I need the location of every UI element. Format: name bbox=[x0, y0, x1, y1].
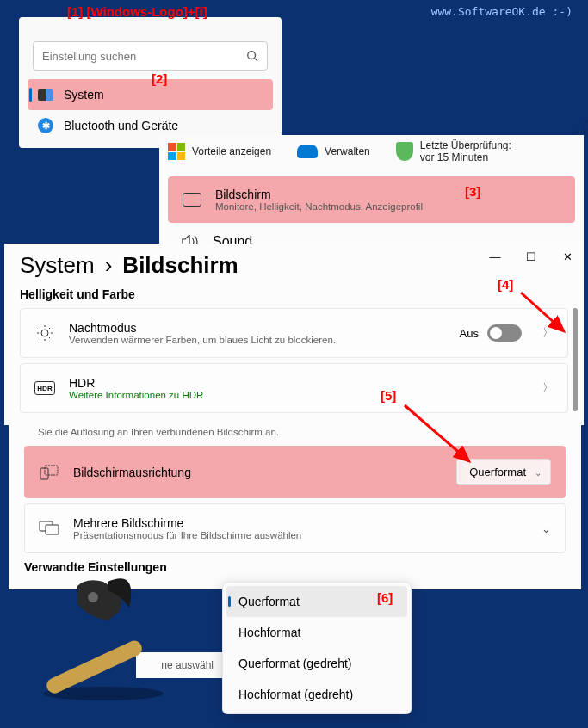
svg-point-0 bbox=[248, 52, 256, 59]
window-controls: — ☐ ✕ bbox=[489, 250, 573, 262]
annotation-3: [3] bbox=[465, 184, 480, 199]
svg-line-9 bbox=[49, 328, 50, 329]
card-subtitle: Verwenden wärmerer Farben, um blaues Lic… bbox=[69, 335, 446, 345]
windows-logo-icon bbox=[168, 143, 185, 160]
card-subtitle: Präsentationsmodus für Ihre Bildschirme … bbox=[73, 530, 521, 540]
hammer-decoration-icon bbox=[26, 573, 181, 702]
chevron-down-icon[interactable]: ⌄ bbox=[542, 522, 551, 535]
security-status[interactable]: Letzte Überprüfung: vor 15 Minuten bbox=[396, 139, 523, 163]
search-input[interactable] bbox=[42, 50, 246, 63]
windows-benefits[interactable]: Vorteile anzeigen bbox=[168, 143, 271, 160]
top-item-label: Letzte Überprüfung: vor 15 Minuten bbox=[420, 139, 523, 163]
section-heading: Verwandte Einstellungen bbox=[24, 560, 566, 574]
hdr-icon: HDR bbox=[34, 381, 55, 395]
red-arrow-5 bbox=[396, 401, 482, 470]
search-icon bbox=[246, 50, 258, 62]
card-title: Mehrere Bildschirme bbox=[73, 516, 521, 530]
svg-line-8 bbox=[49, 337, 50, 338]
breadcrumb: System › Bildschirm bbox=[20, 252, 568, 279]
svg-line-1 bbox=[255, 59, 258, 62]
dropdown-option-querformat-gedreht[interactable]: Querformat (gedreht) bbox=[226, 648, 407, 679]
annotation-4: [4] bbox=[498, 277, 513, 292]
orientation-icon bbox=[39, 465, 59, 480]
search-input-wrapper[interactable] bbox=[33, 41, 268, 71]
svg-line-10 bbox=[40, 337, 40, 338]
chevron-down-icon: ⌄ bbox=[535, 467, 542, 477]
hdr-info-link[interactable]: Weitere Informationen zu HDR bbox=[69, 390, 522, 400]
top-info-row: Vorteile anzeigen Verwalten Letzte Überp… bbox=[159, 135, 584, 172]
breadcrumb-current: Bildschirm bbox=[122, 252, 238, 279]
card-title: HDR bbox=[69, 376, 522, 390]
sidebar-item-system[interactable]: System bbox=[28, 79, 273, 110]
toggle-state-label: Aus bbox=[460, 327, 479, 340]
svg-rect-16 bbox=[46, 525, 59, 534]
maximize-button[interactable]: ☐ bbox=[525, 250, 537, 262]
breadcrumb-separator: › bbox=[105, 252, 113, 279]
annotation-1: [1] [Windows-Logo]+[i] bbox=[67, 4, 207, 19]
multiple-displays-card[interactable]: Mehrere Bildschirme Präsentationsmodus f… bbox=[24, 503, 566, 553]
display-icon bbox=[183, 193, 201, 207]
dropdown-option-hochformat-gedreht[interactable]: Hochformat (gedreht) bbox=[226, 679, 407, 710]
orientation-card[interactable]: Bildschirmausrichtung Querformat ⌄ bbox=[24, 446, 566, 498]
multiple-displays-icon bbox=[39, 521, 59, 536]
setting-text: Bildschirm Monitore, Helligkeit, Nachtmo… bbox=[215, 188, 560, 212]
top-item-label: Vorteile anzeigen bbox=[192, 145, 271, 157]
shield-icon bbox=[396, 142, 413, 161]
setting-title: Bildschirm bbox=[215, 188, 560, 201]
dropdown-option-hochformat[interactable]: Hochformat bbox=[226, 617, 407, 648]
card-title: Bildschirmausrichtung bbox=[73, 466, 443, 479]
nightmode-icon bbox=[34, 324, 55, 342]
red-arrow-4 bbox=[517, 288, 573, 340]
breadcrumb-parent[interactable]: System bbox=[20, 252, 95, 279]
chevron-right-icon[interactable]: 〉 bbox=[542, 380, 554, 396]
card-title: Nachtmodus bbox=[69, 321, 446, 335]
system-list-panel: Vorteile anzeigen Verwalten Letzte Überp… bbox=[159, 135, 584, 250]
display-setting-row[interactable]: Bildschirm Monitore, Helligkeit, Nachtmo… bbox=[168, 176, 575, 223]
svg-rect-13 bbox=[45, 466, 58, 475]
top-item-label: Verwalten bbox=[325, 145, 370, 157]
hdr-card[interactable]: HDR HDR Weitere Informationen zu HDR 〉 bbox=[20, 363, 568, 413]
section-heading: Helligkeit und Farbe bbox=[20, 287, 568, 301]
annotation-2: [2] bbox=[152, 71, 167, 86]
annotation-6: [6] bbox=[377, 590, 393, 605]
sidebar-item-label: System bbox=[64, 88, 104, 102]
svg-line-7 bbox=[40, 328, 40, 329]
display-settings-panel: — ☐ ✕ System › Bildschirm Helligkeit und… bbox=[4, 244, 584, 425]
settings-sidebar-panel: System ✱ Bluetooth und Geräte bbox=[19, 17, 282, 148]
svg-point-2 bbox=[41, 330, 48, 336]
sidebar-item-label: Bluetooth und Geräte bbox=[64, 119, 178, 133]
svg-line-11 bbox=[521, 293, 564, 331]
scrollbar-thumb[interactable] bbox=[573, 308, 578, 411]
system-icon bbox=[38, 89, 53, 101]
minimize-button[interactable]: — bbox=[489, 250, 501, 262]
orientation-panel: Sie die Auflösung an Ihren verbundenen B… bbox=[9, 422, 581, 589]
svg-point-19 bbox=[88, 592, 98, 602]
bluetooth-icon: ✱ bbox=[38, 118, 53, 133]
close-button[interactable]: ✕ bbox=[561, 250, 573, 262]
onedrive-manage[interactable]: Verwalten bbox=[297, 145, 370, 158]
setting-subtitle: Monitore, Helligkeit, Nachtmodus, Anzeig… bbox=[215, 201, 560, 212]
annotation-5: [5] bbox=[381, 388, 396, 403]
svg-line-12 bbox=[405, 405, 469, 461]
onedrive-icon bbox=[297, 145, 318, 158]
truncated-text: Sie die Auflösung an Ihren verbundenen B… bbox=[24, 422, 566, 446]
watermark-text: www.SoftwareOK.de :-) bbox=[431, 5, 573, 18]
nightmode-card[interactable]: Nachtmodus Verwenden wärmerer Farben, um… bbox=[20, 308, 568, 358]
